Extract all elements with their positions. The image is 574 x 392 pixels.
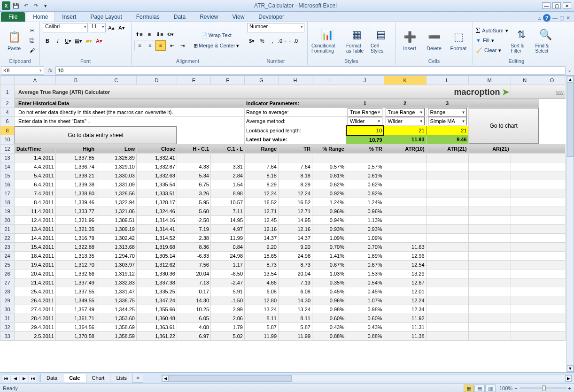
decrease-decimal-icon[interactable]: ←.0 <box>288 36 298 46</box>
table-cell[interactable] <box>384 233 426 242</box>
table-cell[interactable]: 11.31 <box>384 323 426 331</box>
col-header-C[interactable]: C <box>96 76 137 85</box>
go-to-data-button[interactable]: Go to data entry sheet <box>15 126 177 144</box>
row-header-25[interactable]: 25 <box>0 260 15 269</box>
qat-more-icon[interactable]: ▾ <box>41 1 50 10</box>
zoom-out-button[interactable]: − <box>514 385 517 391</box>
horizontal-scrollbar[interactable]: ◀ ▶ <box>162 375 572 382</box>
table-cell[interactable] <box>245 153 279 162</box>
table-cell[interactable]: 13.54 <box>245 269 279 278</box>
table-cell[interactable]: 14.30 <box>279 296 312 305</box>
table-cell[interactable]: 14.4.2011 <box>15 233 56 242</box>
row-header-19[interactable]: 19 <box>0 207 15 215</box>
row-header-22[interactable]: 22 <box>0 233 15 242</box>
row-header-18[interactable]: 18 <box>0 198 15 207</box>
table-cell[interactable]: 1,332.66 <box>56 269 96 278</box>
sheet-tab-calc[interactable]: Calc <box>63 374 86 382</box>
table-cell[interactable]: 19.4.2011 <box>15 260 56 269</box>
table-cell[interactable]: 1.4.2011 <box>15 153 56 162</box>
table-cell[interactable]: 1,329.10 <box>96 162 137 171</box>
table-cell[interactable]: 7.13 <box>177 278 211 287</box>
name-box[interactable]: K8▾ <box>1 66 44 75</box>
table-cell[interactable]: 4.97 <box>211 224 245 233</box>
row-header-4[interactable]: 4 <box>0 108 15 117</box>
table-cell[interactable]: 1,328.89 <box>96 153 137 162</box>
table-cell[interactable]: 9.20 <box>279 242 312 251</box>
increase-font-icon[interactable]: A▴ <box>107 23 116 32</box>
table-cell[interactable]: 8.4.2011 <box>15 198 56 207</box>
table-cell[interactable]: 0.98% <box>312 305 346 314</box>
table-cell[interactable]: -2.47 <box>211 278 245 287</box>
table-cell[interactable]: 8.29 <box>279 180 312 189</box>
table-cell[interactable]: 20.04 <box>177 269 211 278</box>
table-cell[interactable]: 8.36 <box>177 242 211 251</box>
table-cell[interactable]: 1,338.21 <box>56 171 96 180</box>
tab-data[interactable]: Data <box>167 12 193 22</box>
range-dropdown-3[interactable]: Range <box>426 108 468 117</box>
increase-decimal-icon[interactable]: .0→ <box>278 36 287 46</box>
table-cell[interactable]: 1,321.35 <box>56 224 96 233</box>
table-cell[interactable]: 1,370.58 <box>56 331 96 340</box>
table-cell[interactable]: 1.07% <box>346 296 384 305</box>
table-cell[interactable]: 1,355.66 <box>137 305 177 314</box>
table-cell[interactable]: 1,335.25 <box>137 287 177 296</box>
format-painter-icon[interactable]: 🖌 <box>27 46 37 55</box>
table-cell[interactable] <box>384 153 426 162</box>
table-cell[interactable]: 2.84 <box>211 171 245 180</box>
table-cell[interactable]: 4.33 <box>177 162 211 171</box>
insert-cell-button[interactable]: ➕Insert <box>398 29 421 52</box>
col-header-O[interactable]: O <box>539 76 565 85</box>
sheet-tab-data[interactable]: Data <box>40 374 63 382</box>
table-cell[interactable]: 4.08 <box>177 323 211 331</box>
table-cell[interactable]: 0.17 <box>177 287 211 296</box>
table-cell[interactable]: 7.64 <box>245 162 279 171</box>
formula-expand-icon[interactable]: ⌄ <box>566 65 573 76</box>
wrap-text-button[interactable]: 📄 Wrap Text <box>192 31 241 40</box>
table-cell[interactable]: 1,335.54 <box>137 180 177 189</box>
table-cell[interactable]: 1,353.60 <box>96 314 137 323</box>
table-cell[interactable] <box>384 171 426 180</box>
col-header-B[interactable]: B <box>56 76 96 85</box>
table-cell[interactable]: 1.17 <box>211 260 245 269</box>
table-cell[interactable]: 13.29 <box>384 269 426 278</box>
go-to-chart-button[interactable]: Go to chart <box>469 108 539 144</box>
table-cell[interactable]: 16.52 <box>245 198 279 207</box>
table-cell[interactable]: 8.98 <box>211 189 245 198</box>
table-cell[interactable]: 1,313.68 <box>96 242 137 251</box>
table-cell[interactable]: 5.02 <box>211 331 245 340</box>
file-tab[interactable]: File <box>1 12 25 22</box>
table-cell[interactable] <box>384 189 426 198</box>
save-icon[interactable]: 💾 <box>12 1 20 10</box>
doc-close-icon[interactable]: ✕ <box>566 15 570 21</box>
row-header-12[interactable]: 12 <box>0 144 15 153</box>
table-cell[interactable]: 0.88% <box>312 331 346 340</box>
select-all-corner[interactable] <box>0 76 15 85</box>
table-cell[interactable]: 12.24 <box>245 189 279 198</box>
table-cell[interactable]: 14.95 <box>211 215 245 224</box>
tab-last-icon[interactable]: ⏭ <box>29 375 37 382</box>
delete-cell-button[interactable]: ➖Delete <box>423 29 445 52</box>
row-header-17[interactable]: 17 <box>0 189 15 198</box>
row-header-31[interactable]: 31 <box>0 314 15 323</box>
table-cell[interactable]: 7.11 <box>211 207 245 215</box>
table-cell[interactable]: 1,347.24 <box>137 296 177 305</box>
tab-prev-icon[interactable]: ◀ <box>11 375 19 382</box>
row-header-20[interactable]: 20 <box>0 215 15 224</box>
table-cell[interactable]: 0.70% <box>346 242 384 251</box>
table-cell[interactable]: 1,337.85 <box>56 153 96 162</box>
table-cell[interactable]: 12.71 <box>279 207 312 215</box>
vscroll-thumb[interactable] <box>567 83 574 157</box>
formula-input[interactable]: 10 <box>55 66 566 75</box>
maximize-button[interactable]: ▢ <box>552 2 561 9</box>
col-header-E[interactable]: E <box>177 76 211 85</box>
table-cell[interactable]: 0.96% <box>312 207 346 215</box>
table-cell[interactable]: 1,324.46 <box>137 207 177 215</box>
table-cell[interactable]: 1,305.14 <box>137 251 177 260</box>
table-cell[interactable] <box>177 153 211 162</box>
table-cell[interactable]: 9.20 <box>245 242 279 251</box>
font-size-combo[interactable]: 11 <box>89 23 106 32</box>
tab-first-icon[interactable]: ⏮ <box>2 375 10 382</box>
table-cell[interactable]: 1,326.56 <box>96 189 137 198</box>
table-cell[interactable]: 0.62% <box>346 180 384 189</box>
undo-icon[interactable]: ↶ <box>22 1 30 10</box>
